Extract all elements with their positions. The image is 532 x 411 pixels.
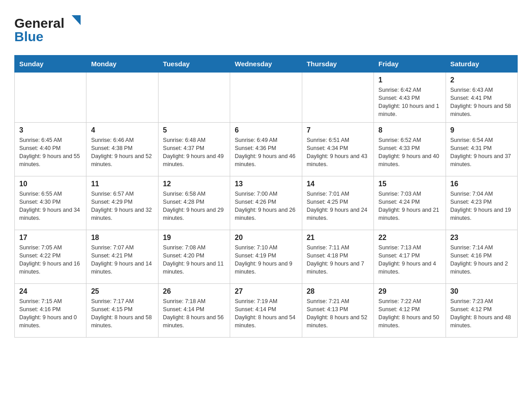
day-number: 27 bbox=[235, 287, 297, 295]
calendar-body: 1Sunrise: 6:42 AMSunset: 4:43 PMDaylight… bbox=[15, 73, 518, 338]
calendar-cell: 17Sunrise: 7:05 AMSunset: 4:22 PMDayligh… bbox=[15, 230, 86, 283]
day-number: 19 bbox=[163, 234, 225, 242]
day-info: Sunrise: 6:58 AMSunset: 4:28 PMDaylight:… bbox=[163, 190, 225, 223]
calendar-cell: 23Sunrise: 7:14 AMSunset: 4:16 PMDayligh… bbox=[446, 230, 517, 283]
day-number: 29 bbox=[378, 287, 441, 295]
calendar-week-row: 10Sunrise: 6:55 AMSunset: 4:30 PMDayligh… bbox=[15, 176, 518, 230]
day-info: Sunrise: 7:23 AMSunset: 4:12 PMDaylight:… bbox=[450, 297, 513, 330]
day-info: Sunrise: 6:57 AMSunset: 4:29 PMDaylight:… bbox=[91, 190, 153, 223]
day-number: 30 bbox=[450, 287, 513, 295]
calendar-cell: 7Sunrise: 6:51 AMSunset: 4:34 PMDaylight… bbox=[302, 122, 373, 176]
day-number: 15 bbox=[378, 180, 441, 188]
calendar-cell: 2Sunrise: 6:43 AMSunset: 4:41 PMDaylight… bbox=[446, 73, 517, 123]
calendar-cell bbox=[158, 73, 230, 123]
day-info: Sunrise: 7:04 AMSunset: 4:23 PMDaylight:… bbox=[450, 190, 513, 223]
day-info: Sunrise: 7:17 AMSunset: 4:15 PMDaylight:… bbox=[91, 297, 153, 330]
calendar-cell: 4Sunrise: 6:46 AMSunset: 4:38 PMDaylight… bbox=[86, 122, 158, 176]
svg-text:Blue: Blue bbox=[14, 29, 43, 44]
calendar-cell: 20Sunrise: 7:10 AMSunset: 4:19 PMDayligh… bbox=[230, 230, 302, 283]
day-number: 28 bbox=[307, 287, 369, 295]
day-info: Sunrise: 6:42 AMSunset: 4:43 PMDaylight:… bbox=[378, 86, 441, 119]
weekday-header-tuesday: Tuesday bbox=[158, 56, 230, 73]
calendar-cell bbox=[302, 73, 373, 123]
calendar-cell: 16Sunrise: 7:04 AMSunset: 4:23 PMDayligh… bbox=[446, 176, 517, 230]
day-number: 26 bbox=[163, 287, 225, 295]
day-number: 11 bbox=[91, 180, 153, 188]
day-number: 5 bbox=[163, 126, 225, 134]
day-info: Sunrise: 7:15 AMSunset: 4:16 PMDaylight:… bbox=[19, 297, 82, 330]
day-info: Sunrise: 7:03 AMSunset: 4:24 PMDaylight:… bbox=[378, 190, 441, 223]
logo: General Blue bbox=[14, 11, 86, 44]
weekday-header-sunday: Sunday bbox=[15, 56, 86, 73]
day-number: 9 bbox=[450, 126, 513, 134]
calendar-cell: 29Sunrise: 7:22 AMSunset: 4:12 PMDayligh… bbox=[374, 283, 446, 337]
day-number: 17 bbox=[19, 234, 82, 242]
day-number: 16 bbox=[450, 180, 513, 188]
weekday-header-row: SundayMondayTuesdayWednesdayThursdayFrid… bbox=[15, 56, 518, 73]
day-number: 10 bbox=[19, 180, 82, 188]
calendar-cell: 13Sunrise: 7:00 AMSunset: 4:26 PMDayligh… bbox=[230, 176, 302, 230]
calendar-cell: 9Sunrise: 6:54 AMSunset: 4:31 PMDaylight… bbox=[446, 122, 517, 176]
day-number: 23 bbox=[450, 234, 513, 242]
weekday-header-thursday: Thursday bbox=[302, 56, 373, 73]
calendar-cell: 5Sunrise: 6:48 AMSunset: 4:37 PMDaylight… bbox=[158, 122, 230, 176]
calendar-cell: 12Sunrise: 6:58 AMSunset: 4:28 PMDayligh… bbox=[158, 176, 230, 230]
day-info: Sunrise: 7:08 AMSunset: 4:20 PMDaylight:… bbox=[163, 244, 225, 276]
calendar-table: SundayMondayTuesdayWednesdayThursdayFrid… bbox=[14, 55, 518, 338]
calendar-cell: 24Sunrise: 7:15 AMSunset: 4:16 PMDayligh… bbox=[15, 283, 86, 337]
day-info: Sunrise: 7:00 AMSunset: 4:26 PMDaylight:… bbox=[235, 190, 297, 223]
day-info: Sunrise: 7:10 AMSunset: 4:19 PMDaylight:… bbox=[235, 244, 297, 276]
day-info: Sunrise: 7:11 AMSunset: 4:18 PMDaylight:… bbox=[307, 244, 369, 276]
day-info: Sunrise: 6:45 AMSunset: 4:40 PMDaylight:… bbox=[19, 136, 82, 169]
day-info: Sunrise: 7:01 AMSunset: 4:25 PMDaylight:… bbox=[307, 190, 369, 223]
day-info: Sunrise: 6:48 AMSunset: 4:37 PMDaylight:… bbox=[163, 136, 225, 169]
day-number: 7 bbox=[307, 126, 369, 134]
day-info: Sunrise: 6:54 AMSunset: 4:31 PMDaylight:… bbox=[450, 136, 513, 169]
svg-marker-1 bbox=[72, 15, 81, 25]
calendar-cell: 10Sunrise: 6:55 AMSunset: 4:30 PMDayligh… bbox=[15, 176, 86, 230]
day-info: Sunrise: 7:22 AMSunset: 4:12 PMDaylight:… bbox=[378, 297, 441, 330]
day-number: 22 bbox=[378, 234, 441, 242]
calendar-week-row: 3Sunrise: 6:45 AMSunset: 4:40 PMDaylight… bbox=[15, 122, 518, 176]
day-info: Sunrise: 6:55 AMSunset: 4:30 PMDaylight:… bbox=[19, 190, 82, 223]
day-info: Sunrise: 7:05 AMSunset: 4:22 PMDaylight:… bbox=[19, 244, 82, 276]
calendar-cell bbox=[86, 73, 158, 123]
day-info: Sunrise: 7:19 AMSunset: 4:14 PMDaylight:… bbox=[235, 297, 297, 330]
calendar-header: SundayMondayTuesdayWednesdayThursdayFrid… bbox=[15, 56, 518, 73]
weekday-header-monday: Monday bbox=[86, 56, 158, 73]
calendar-cell: 25Sunrise: 7:17 AMSunset: 4:15 PMDayligh… bbox=[86, 283, 158, 337]
day-number: 14 bbox=[307, 180, 369, 188]
day-info: Sunrise: 7:13 AMSunset: 4:17 PMDaylight:… bbox=[378, 244, 441, 276]
day-info: Sunrise: 6:49 AMSunset: 4:36 PMDaylight:… bbox=[235, 136, 297, 169]
calendar-cell: 3Sunrise: 6:45 AMSunset: 4:40 PMDaylight… bbox=[15, 122, 86, 176]
day-number: 25 bbox=[91, 287, 153, 295]
calendar-cell: 21Sunrise: 7:11 AMSunset: 4:18 PMDayligh… bbox=[302, 230, 373, 283]
calendar-cell: 8Sunrise: 6:52 AMSunset: 4:33 PMDaylight… bbox=[374, 122, 446, 176]
calendar-cell: 22Sunrise: 7:13 AMSunset: 4:17 PMDayligh… bbox=[374, 230, 446, 283]
calendar-cell bbox=[230, 73, 302, 123]
logo-svg: General Blue bbox=[14, 11, 86, 44]
day-number: 21 bbox=[307, 234, 369, 242]
day-number: 6 bbox=[235, 126, 297, 134]
day-number: 1 bbox=[378, 76, 441, 84]
day-number: 18 bbox=[91, 234, 153, 242]
day-info: Sunrise: 7:14 AMSunset: 4:16 PMDaylight:… bbox=[450, 244, 513, 276]
day-info: Sunrise: 7:21 AMSunset: 4:13 PMDaylight:… bbox=[307, 297, 369, 330]
weekday-header-saturday: Saturday bbox=[446, 56, 517, 73]
day-number: 20 bbox=[235, 234, 297, 242]
day-info: Sunrise: 7:07 AMSunset: 4:21 PMDaylight:… bbox=[91, 244, 153, 276]
day-number: 3 bbox=[19, 126, 82, 134]
calendar-cell: 26Sunrise: 7:18 AMSunset: 4:14 PMDayligh… bbox=[158, 283, 230, 337]
calendar-cell: 6Sunrise: 6:49 AMSunset: 4:36 PMDaylight… bbox=[230, 122, 302, 176]
calendar-cell: 18Sunrise: 7:07 AMSunset: 4:21 PMDayligh… bbox=[86, 230, 158, 283]
day-number: 4 bbox=[91, 126, 153, 134]
calendar-cell: 28Sunrise: 7:21 AMSunset: 4:13 PMDayligh… bbox=[302, 283, 373, 337]
day-info: Sunrise: 6:51 AMSunset: 4:34 PMDaylight:… bbox=[307, 136, 369, 169]
calendar-cell: 27Sunrise: 7:19 AMSunset: 4:14 PMDayligh… bbox=[230, 283, 302, 337]
calendar-cell: 30Sunrise: 7:23 AMSunset: 4:12 PMDayligh… bbox=[446, 283, 517, 337]
weekday-header-friday: Friday bbox=[374, 56, 446, 73]
calendar-week-row: 1Sunrise: 6:42 AMSunset: 4:43 PMDaylight… bbox=[15, 73, 518, 123]
day-number: 8 bbox=[378, 126, 441, 134]
calendar-week-row: 24Sunrise: 7:15 AMSunset: 4:16 PMDayligh… bbox=[15, 283, 518, 337]
day-info: Sunrise: 6:52 AMSunset: 4:33 PMDaylight:… bbox=[378, 136, 441, 169]
